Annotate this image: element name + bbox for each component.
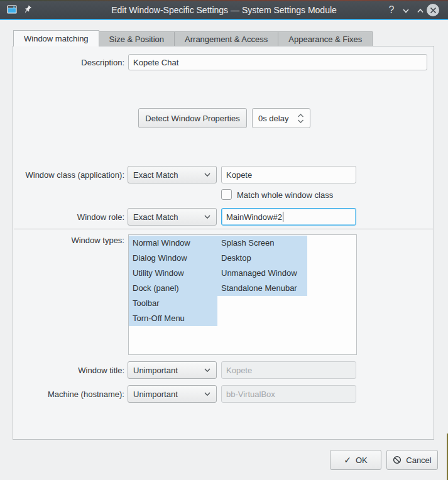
chevron-down-icon [204, 172, 211, 177]
titlebar[interactable]: Edit Window-Specific Settings — System S… [0, 1, 448, 19]
machine-hostname-label: Machine (hostname): [13, 390, 124, 399]
pin-icon[interactable] [23, 4, 33, 14]
delay-value: 0s delay [258, 114, 288, 123]
window-title-match-combobox[interactable]: Unimportant [128, 361, 217, 379]
match-whole-window-class-checkbox[interactable] [221, 189, 232, 200]
window-class-input[interactable] [221, 166, 356, 183]
tab-appearance-fixes[interactable]: Appearance & Fixes [278, 31, 373, 46]
check-icon: ✓ [344, 455, 351, 465]
chevron-down-icon [204, 391, 211, 396]
shade-icon[interactable] [401, 6, 411, 16]
window-class-label: Window class (application): [13, 170, 124, 180]
app-icon [6, 4, 18, 15]
tab-bar: Window matching Size & Position Arrangem… [13, 30, 373, 46]
list-item-unmanaged-window[interactable]: Unmanaged Window [217, 266, 307, 281]
list-item-splash-screen[interactable]: Splash Screen [217, 236, 307, 251]
window-types-label: Window types: [13, 236, 124, 245]
list-item-dock-panel[interactable]: Dock (panel) [129, 281, 217, 296]
window-class-match-combobox[interactable]: Exact Match [128, 166, 217, 183]
window-role-input[interactable]: MainWindow#2 [221, 208, 356, 226]
close-icon[interactable] [427, 4, 439, 16]
machine-hostname-input [221, 385, 356, 403]
description-input[interactable] [128, 54, 427, 70]
delay-spinbox[interactable]: 0s delay [252, 108, 310, 128]
list-item-normal-window[interactable]: Normal Window [129, 236, 217, 251]
list-item-utility-window[interactable]: Utility Window [129, 266, 217, 281]
list-item-desktop[interactable]: Desktop [217, 251, 307, 266]
match-whole-window-class-label: Match whole window class [237, 190, 333, 200]
list-item-standalone-menubar[interactable]: Standalone Menubar [217, 281, 307, 296]
machine-match-combobox[interactable]: Unimportant [128, 385, 217, 403]
spin-down-icon[interactable] [297, 119, 304, 123]
list-item-dialog-window[interactable]: Dialog Window [129, 251, 217, 266]
window-title-input [221, 361, 356, 379]
maximize-icon[interactable] [415, 6, 425, 16]
ok-button[interactable]: ✓ OK [330, 450, 381, 470]
cancel-button[interactable]: Cancel [386, 450, 438, 470]
list-item-toolbar[interactable]: Toolbar [129, 296, 217, 311]
cancel-icon [393, 455, 402, 464]
detect-window-properties-button[interactable]: Detect Window Properties [138, 108, 247, 128]
chevron-down-icon [204, 214, 211, 219]
tab-arrangement-access[interactable]: Arrangement & Access [174, 31, 278, 46]
window-role-match-combobox[interactable]: Exact Match [128, 208, 217, 226]
spin-up-icon[interactable] [297, 114, 304, 117]
chevron-down-icon [204, 368, 211, 373]
tab-window-matching[interactable]: Window matching [13, 30, 99, 46]
window-title-text: Edit Window-Specific Settings — System S… [0, 5, 448, 15]
list-item-torn-off-menu[interactable]: Torn-Off Menu [129, 311, 217, 326]
section-separator [14, 229, 433, 229]
text-cursor [283, 212, 283, 222]
help-icon[interactable]: ? [385, 3, 398, 17]
window-title-label: Window title: [13, 366, 124, 375]
description-label: Description: [13, 58, 124, 67]
titlebar-accent-line [0, 19, 448, 20]
tab-size-position[interactable]: Size & Position [99, 31, 174, 46]
window-types-list[interactable]: Normal Window Dialog Window Utility Wind… [128, 234, 357, 355]
window-role-label: Window role: [13, 212, 124, 222]
edit-window-settings-dialog: { "colors": { "accent": "#3daee9", "titl… [0, 0, 448, 480]
